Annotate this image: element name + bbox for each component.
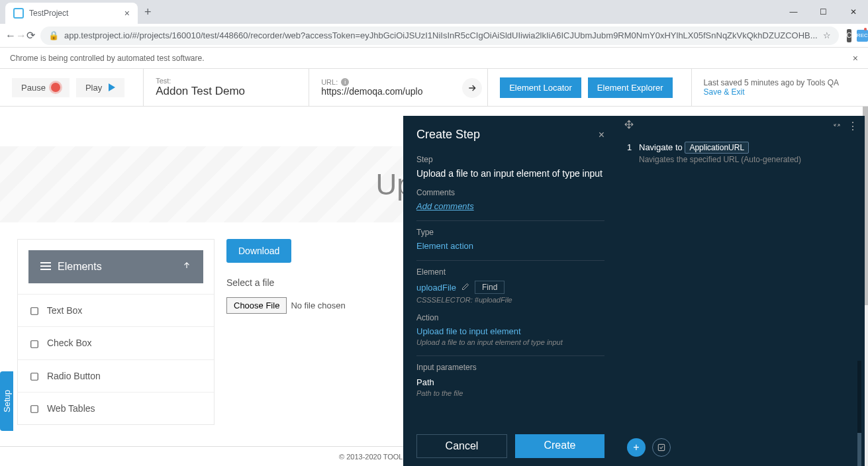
action-desc: Upload a file to an input element of typ… — [416, 338, 604, 346]
edit-element-icon[interactable] — [461, 281, 469, 293]
download-button[interactable]: Download — [226, 239, 291, 263]
elements-header-label: Elements — [58, 261, 102, 273]
svg-rect-5 — [31, 340, 38, 348]
extension-rec-icon[interactable]: REC — [857, 30, 868, 42]
minimize-icon[interactable]: — — [779, 0, 808, 24]
url-value: https://demoqa.com/uplo — [321, 86, 422, 97]
element-selector: CSSSELECTOR: #uploadFile — [416, 296, 604, 304]
extension-c-icon[interactable]: C — [847, 29, 851, 42]
steps-menu-icon[interactable]: ⋮ — [847, 120, 858, 132]
back-icon[interactable]: ← — [5, 26, 16, 45]
info-close-icon[interactable]: × — [853, 53, 858, 64]
save-section: Last saved 5 minutes ago by Tools QA Sav… — [692, 69, 851, 106]
type-label: Type — [416, 228, 604, 237]
element-label: Element — [416, 267, 604, 277]
maximize-icon[interactable]: ☐ — [808, 0, 838, 24]
input-params-label: Input parameters — [416, 363, 604, 372]
validate-step-button[interactable] — [652, 438, 671, 457]
play-button[interactable]: Play — [76, 78, 124, 97]
element-locator-button[interactable]: Element Locator — [500, 77, 581, 98]
collapse-panel-icon[interactable] — [833, 120, 841, 132]
find-element-button[interactable]: Find — [475, 281, 505, 294]
main-area: Download Select a file Choose File No fi… — [226, 239, 346, 314]
step-parameter-badge: ApplicationURL — [685, 142, 749, 154]
steps-scrollbar-thumb[interactable] — [857, 433, 861, 466]
url-section: URL: i https://demoqa.com/uplo — [309, 69, 488, 106]
collapse-icon[interactable] — [182, 261, 191, 273]
url-label: URL: — [321, 78, 338, 86]
steps-panel: ⋮ 1 Navigate to ApplicationURL Navigates… — [618, 116, 865, 466]
navigate-go-button[interactable] — [462, 78, 482, 98]
add-step-button[interactable]: + — [627, 438, 646, 457]
elements-header[interactable]: Elements — [28, 250, 203, 283]
no-file-text: No file chosen — [291, 301, 345, 310]
reload-icon[interactable]: ⟳ — [26, 26, 35, 45]
svg-rect-3 — [40, 269, 51, 270]
svg-rect-8 — [658, 444, 664, 450]
record-indicator-icon — [51, 83, 60, 92]
last-saved-text: Last saved 5 minutes ago by Tools QA — [704, 78, 840, 87]
step-field-value: Upload a file to an input element of typ… — [416, 168, 604, 179]
url-text: app.testproject.io/#/projects/160010/tes… — [64, 30, 818, 40]
close-panel-icon[interactable]: × — [599, 129, 604, 141]
menu-item-web-tables[interactable]: Web Tables — [18, 392, 214, 424]
select-file-label: Select a file — [226, 277, 346, 288]
add-comments-link[interactable]: Add comments — [416, 201, 604, 211]
sidebar-card: Elements Text Box Check Box Radio Button… — [17, 239, 215, 425]
step-title: Navigate to ApplicationURL — [639, 142, 855, 152]
cancel-button[interactable]: Cancel — [416, 434, 507, 458]
address-bar[interactable]: 🔒 app.testproject.io/#/projects/160010/t… — [40, 26, 839, 45]
svg-rect-7 — [31, 406, 38, 413]
choose-file-button[interactable]: Choose File — [226, 297, 287, 314]
automation-message: Chrome is being controlled by automated … — [10, 54, 204, 63]
lock-icon: 🔒 — [48, 30, 59, 40]
step-field-label: Step — [416, 155, 604, 164]
svg-rect-6 — [31, 373, 38, 381]
browser-tab[interactable]: TestProject × — [5, 3, 138, 24]
tab-close-icon[interactable]: × — [124, 8, 130, 19]
move-panel-icon[interactable] — [624, 120, 634, 132]
step-number: 1 — [627, 142, 639, 164]
browser-tabs-bar: TestProject × + — ☐ ✕ — [0, 0, 868, 24]
window-controls: — ☐ ✕ — [779, 0, 868, 24]
create-step-title: Create Step — [416, 128, 480, 142]
test-label: Test: — [156, 77, 171, 85]
step-description: Navigates the specified URL (Auto-genera… — [639, 155, 855, 164]
url-info-icon[interactable]: i — [341, 78, 349, 86]
menu-item-text-box[interactable]: Text Box — [18, 294, 214, 326]
create-step-panel: Create Step × Step Upload a file to an i… — [403, 116, 618, 466]
new-tab-icon[interactable]: + — [144, 5, 152, 19]
svg-rect-1 — [40, 262, 51, 263]
type-value[interactable]: Element action — [416, 241, 604, 251]
test-name-section: Test: Addon Test Demo — [144, 69, 309, 106]
menu-item-radio-button[interactable]: Radio Button — [18, 359, 214, 392]
path-desc: Path to the file — [416, 389, 604, 397]
action-label: Action — [416, 313, 604, 322]
element-name-link[interactable]: uploadFile — [416, 283, 456, 293]
automation-info-bar: Chrome is being controlled by automated … — [0, 48, 868, 69]
test-name: Addon Test Demo — [156, 85, 245, 98]
recorder-toolbar: Pause Play Test: Addon Test Demo URL: i … — [0, 69, 868, 107]
path-label: Path — [416, 377, 604, 387]
play-triangle-icon — [109, 83, 115, 91]
close-window-icon[interactable]: ✕ — [838, 0, 868, 24]
tab-title: TestProject — [29, 9, 68, 18]
step-row[interactable]: 1 Navigate to ApplicationURL Navigates t… — [618, 136, 865, 171]
tab-favicon-icon — [13, 8, 24, 19]
setup-tab[interactable]: Setup — [0, 371, 13, 431]
comments-label: Comments — [416, 188, 604, 197]
bookmark-star-icon[interactable]: ☆ — [823, 30, 831, 40]
steps-scrollbar[interactable] — [857, 361, 861, 466]
menu-bars-icon — [40, 261, 51, 273]
svg-rect-2 — [40, 265, 51, 267]
pause-button[interactable]: Pause — [12, 78, 70, 97]
svg-rect-4 — [31, 308, 38, 315]
menu-item-check-box[interactable]: Check Box — [18, 326, 214, 359]
save-exit-link[interactable]: Save & Exit — [704, 87, 840, 97]
browser-nav-bar: ← → ⟳ 🔒 app.testproject.io/#/projects/16… — [0, 24, 868, 48]
create-button[interactable]: Create — [515, 434, 604, 458]
element-explorer-button[interactable]: Element Explorer — [588, 77, 673, 98]
action-value[interactable]: Upload file to input element — [416, 326, 604, 336]
forward-icon[interactable]: → — [16, 26, 26, 45]
